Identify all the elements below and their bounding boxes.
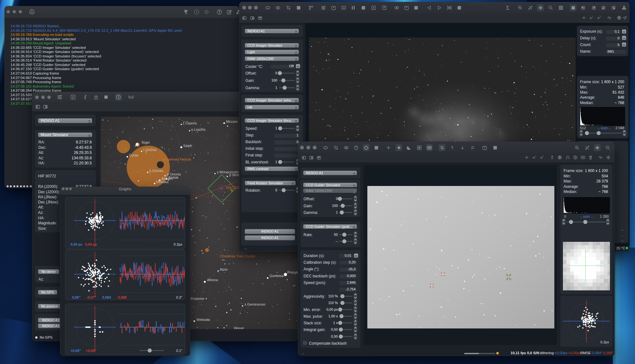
- svg-text:1: 1: [267, 7, 268, 9]
- svg-text:Cursa: Cursa: [129, 153, 138, 157]
- svg-text:Mirzam: Mirzam: [226, 120, 237, 123]
- svg-text:1: 1: [325, 147, 326, 149]
- svg-text:η Orionis: η Orionis: [149, 169, 164, 173]
- svg-text:1: 1: [592, 16, 593, 18]
- svg-text:Rigel: Rigel: [142, 141, 150, 144]
- svg-text:τ Orionis: τ Orionis: [143, 148, 157, 152]
- svg-text:P: P: [72, 96, 74, 99]
- svg-text:1: 1: [535, 155, 536, 157]
- svg-text:Mintaka: Mintaka: [156, 180, 169, 184]
- svg-text:Σ: Σ: [506, 5, 509, 10]
- svg-text:Christmas Tree Cluster: Christmas Tree Cluster: [220, 254, 256, 258]
- svg-text:ζ Leporis: ζ Leporis: [183, 121, 197, 125]
- svg-text:Saiph: Saiph: [183, 144, 192, 148]
- svg-text:2: 2: [600, 16, 601, 18]
- svg-text:λ Geminorum: λ Geminorum: [244, 302, 265, 306]
- svg-text:Alzirr: Alzirr: [220, 268, 228, 271]
- svg-text:Wasat: Wasat: [234, 326, 244, 329]
- svg-text:Alhena: Alhena: [207, 278, 218, 282]
- svg-text:Horsehead Nebula: Horsehead Nebula: [162, 157, 191, 161]
- svg-text:η Leporis: η Leporis: [191, 128, 206, 131]
- svg-text:Procyon: Procyon: [287, 270, 298, 274]
- svg-text:Mebsata: Mebsata: [197, 318, 210, 321]
- svg-text:Gomeisa: Gomeisa: [270, 274, 284, 278]
- svg-text:2: 2: [543, 155, 544, 157]
- svg-text:Posterior: Posterior: [190, 297, 204, 301]
